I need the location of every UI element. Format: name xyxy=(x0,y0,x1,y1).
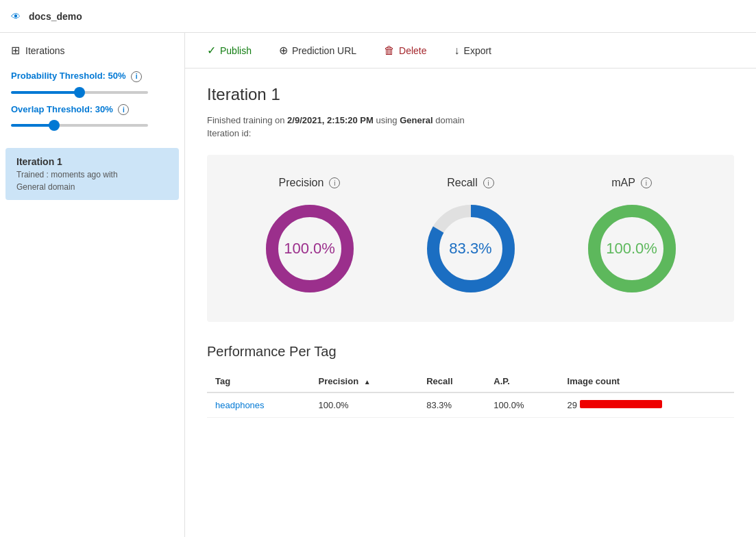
cell-recall: 83.3% xyxy=(418,392,485,418)
precision-label: Precision i xyxy=(279,177,341,189)
overlap-threshold-row: Overlap Threshold: 30% i xyxy=(11,104,173,129)
recall-donut: 83.3% xyxy=(419,197,522,300)
iteration-list-item[interactable]: Iteration 1 Trained : moments ago with G… xyxy=(5,148,179,200)
app-logo-icon: 👁 xyxy=(11,11,21,22)
sort-icon: ▲ xyxy=(364,378,371,386)
table-header-row: Tag Precision ▲ Recall A.P. Image count xyxy=(207,371,734,392)
map-value: 100.0% xyxy=(606,240,657,258)
publish-label: Publish xyxy=(220,45,252,56)
header: 👁 docs_demo xyxy=(0,0,756,33)
iteration-name: Iteration 1 xyxy=(16,156,168,167)
map-donut: 100.0% xyxy=(581,197,683,300)
image-bar xyxy=(580,400,662,408)
metrics-section: Precision i 100.0% Recall xyxy=(207,155,734,322)
training-info: Finished training on 2/9/2021, 2:15:20 P… xyxy=(207,115,734,125)
precision-value: 100.0% xyxy=(284,240,335,258)
cell-tag: headphones xyxy=(207,392,310,418)
sidebar: ⊞ Iterations Probability Threshold: 50% … xyxy=(0,33,185,537)
overlap-info-icon[interactable]: i xyxy=(118,104,129,115)
col-image-count: Image count xyxy=(559,371,734,392)
precision-info-icon[interactable]: i xyxy=(329,177,340,188)
training-domain: General xyxy=(400,115,432,125)
iterations-icon: ⊞ xyxy=(11,44,20,57)
col-precision[interactable]: Precision ▲ xyxy=(310,371,419,392)
table-row: headphones 100.0% 83.3% 100.0% 29 xyxy=(207,392,734,418)
probability-threshold-value: 50% xyxy=(108,71,126,81)
export-button[interactable]: ↓ Export xyxy=(449,42,497,60)
map-label: mAP i xyxy=(611,177,652,189)
iteration-id: Iteration id: xyxy=(207,128,734,138)
cell-image-count: 29 xyxy=(559,392,734,418)
delete-button[interactable]: 🗑 Delete xyxy=(378,42,432,60)
performance-per-tag-section: Performance Per Tag Tag Precision ▲ Reca… xyxy=(207,344,734,418)
map-info-icon[interactable]: i xyxy=(641,177,652,188)
export-icon: ↓ xyxy=(454,45,460,57)
app-title: docs_demo xyxy=(29,11,82,22)
recall-card: Recall i 83.3% xyxy=(419,177,522,300)
precision-card: Precision i 100.0% xyxy=(258,177,361,300)
probability-threshold-row: Probability Threshold: 50% i xyxy=(11,71,173,96)
probability-slider[interactable] xyxy=(11,91,148,94)
content-area: ✓ Publish ⊕ Prediction URL 🗑 Delete ↓ Ex… xyxy=(185,33,756,537)
map-card: mAP i 100.0% xyxy=(581,177,683,300)
content-body: Iteration 1 Finished training on 2/9/202… xyxy=(185,68,756,434)
probability-threshold-label: Probability Threshold: 50% i xyxy=(11,71,173,82)
col-tag: Tag xyxy=(207,371,310,392)
overlap-threshold-value: 30% xyxy=(95,104,113,114)
perf-table: Tag Precision ▲ Recall A.P. Image count … xyxy=(207,371,734,418)
prediction-url-icon: ⊕ xyxy=(279,44,288,57)
col-recall: Recall xyxy=(418,371,485,392)
delete-icon: 🗑 xyxy=(384,45,395,57)
publish-button[interactable]: ✓ Publish xyxy=(202,41,257,60)
iterations-header: ⊞ Iterations xyxy=(0,44,184,65)
precision-donut: 100.0% xyxy=(258,197,361,300)
main-layout: ⊞ Iterations Probability Threshold: 50% … xyxy=(0,33,756,537)
prediction-url-label: Prediction URL xyxy=(292,45,356,56)
iteration-desc-line1: Trained : moments ago with xyxy=(16,170,168,179)
publish-icon: ✓ xyxy=(207,44,216,57)
perf-title: Performance Per Tag xyxy=(207,344,734,360)
delete-label: Delete xyxy=(399,45,426,56)
recall-info-icon[interactable]: i xyxy=(483,177,494,188)
iteration-desc-line2: General domain xyxy=(16,182,168,192)
overlap-threshold-label: Overlap Threshold: 30% i xyxy=(11,104,173,116)
iteration-title: Iteration 1 xyxy=(207,85,734,104)
col-ap: A.P. xyxy=(485,371,559,392)
toolbar: ✓ Publish ⊕ Prediction URL 🗑 Delete ↓ Ex… xyxy=(185,33,756,68)
recall-label: Recall i xyxy=(447,177,493,189)
overlap-slider[interactable] xyxy=(11,124,148,127)
prediction-url-button[interactable]: ⊕ Prediction URL xyxy=(273,41,362,60)
cell-ap: 100.0% xyxy=(485,392,559,418)
training-date: 2/9/2021, 2:15:20 PM xyxy=(287,115,374,125)
export-label: Export xyxy=(464,45,491,56)
tag-link[interactable]: headphones xyxy=(215,400,265,410)
iterations-label: Iterations xyxy=(25,45,65,56)
probability-info-icon[interactable]: i xyxy=(131,71,142,82)
threshold-section: Probability Threshold: 50% i Overlap Thr… xyxy=(0,65,184,142)
recall-value: 83.3% xyxy=(449,240,491,258)
cell-precision: 100.0% xyxy=(310,392,419,418)
